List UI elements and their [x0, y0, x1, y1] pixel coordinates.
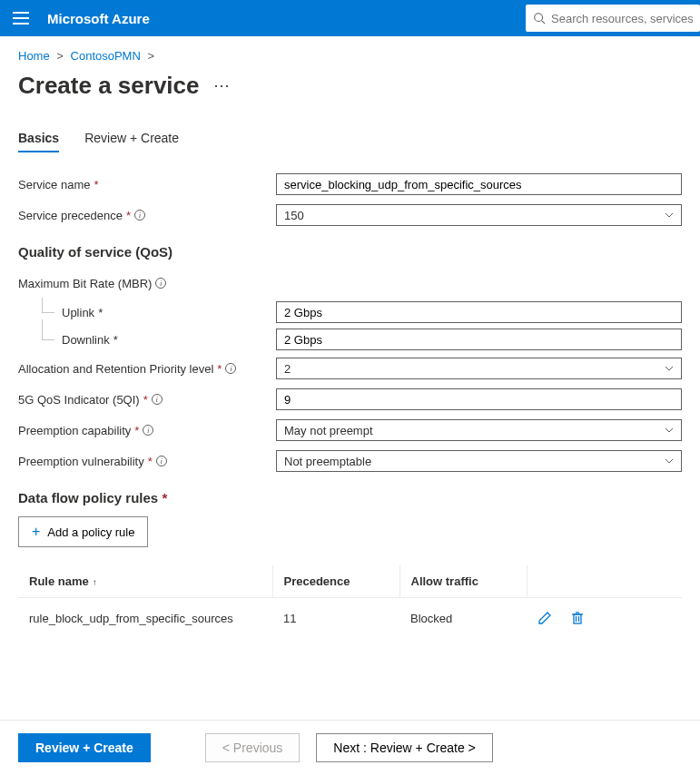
review-create-button[interactable]: Review + Create	[18, 733, 151, 762]
col-actions	[527, 565, 682, 598]
page-title: Create a service	[18, 72, 199, 100]
col-precedence[interactable]: Precedence	[272, 565, 399, 598]
preempt-cap-label: Preemption capability* i	[18, 424, 276, 437]
service-name-label: Service name*	[18, 178, 276, 191]
plus-icon: +	[32, 524, 40, 540]
add-policy-rule-button[interactable]: + Add a policy rule	[18, 516, 148, 547]
rules-section-title: Data flow policy rules *	[18, 490, 682, 505]
svg-point-0	[535, 14, 543, 22]
fiveqi-label: 5G QoS Indicator (5QI)* i	[18, 393, 276, 407]
chevron-right-icon: >	[56, 49, 64, 63]
downlink-label: Downlink*	[62, 333, 276, 347]
menu-icon[interactable]	[13, 12, 29, 25]
info-icon[interactable]: i	[143, 425, 153, 436]
rules-table: Rule name↑ Precedence Allow traffic rule…	[18, 565, 682, 638]
info-icon[interactable]: i	[156, 456, 167, 466]
sort-asc-icon: ↑	[93, 577, 97, 587]
tree-line	[36, 329, 62, 350]
arp-label: Allocation and Retention Priority level*…	[18, 362, 276, 376]
service-precedence-select[interactable]: 150	[276, 204, 682, 226]
tab-review-create[interactable]: Review + Create	[84, 125, 179, 152]
chevron-down-icon	[665, 456, 674, 466]
tab-basics[interactable]: Basics	[18, 125, 59, 152]
mbr-label: Maximum Bit Rate (MBR) i	[18, 277, 276, 290]
chevron-right-icon: >	[147, 49, 154, 63]
delete-icon[interactable]	[570, 611, 585, 625]
svg-rect-2	[574, 614, 581, 623]
previous-button: < Previous	[205, 733, 301, 762]
info-icon[interactable]: i	[225, 363, 236, 374]
service-name-input[interactable]	[276, 173, 682, 195]
fiveqi-input[interactable]	[276, 388, 682, 410]
more-actions-icon[interactable]: ···	[213, 76, 230, 95]
downlink-input[interactable]	[276, 329, 682, 350]
uplink-input[interactable]	[276, 301, 682, 323]
edit-icon[interactable]	[537, 611, 552, 625]
service-precedence-label: Service precedence* i	[18, 209, 276, 222]
table-row: rule_block_udp_from_specific_sources 11 …	[18, 598, 682, 639]
chevron-down-icon	[665, 364, 674, 373]
info-icon[interactable]: i	[152, 394, 163, 405]
global-search[interactable]	[526, 5, 700, 32]
preempt-vuln-label: Preemption vulnerability* i	[18, 455, 276, 468]
tree-line	[36, 301, 62, 323]
breadcrumb: Home > ContosoPMN >	[18, 49, 682, 63]
cell-precedence: 11	[272, 598, 399, 639]
footer: Review + Create < Previous Next : Review…	[0, 720, 700, 775]
preempt-vuln-select[interactable]: Not preemptable	[276, 450, 682, 472]
chevron-down-icon	[665, 426, 674, 435]
info-icon[interactable]: i	[134, 210, 145, 221]
qos-section-title: Quality of service (QoS)	[18, 244, 682, 260]
uplink-label: Uplink*	[62, 306, 276, 319]
info-icon[interactable]: i	[155, 278, 166, 289]
search-icon	[533, 12, 546, 25]
cell-allow: Blocked	[399, 598, 527, 639]
preempt-cap-select[interactable]: May not preempt	[276, 419, 682, 441]
brand-label: Microsoft Azure	[47, 11, 150, 26]
topbar: Microsoft Azure	[0, 0, 700, 36]
svg-line-1	[542, 21, 546, 25]
next-button[interactable]: Next : Review + Create >	[316, 733, 492, 762]
chevron-down-icon	[665, 211, 674, 220]
breadcrumb-contosopmn[interactable]: ContosoPMN	[71, 49, 141, 63]
col-allow-traffic[interactable]: Allow traffic	[399, 565, 527, 598]
search-input[interactable]	[551, 12, 693, 25]
col-rule-name[interactable]: Rule name↑	[18, 565, 272, 598]
breadcrumb-home[interactable]: Home	[18, 49, 50, 63]
cell-rule-name: rule_block_udp_from_specific_sources	[18, 598, 272, 639]
tabs: Basics Review + Create	[18, 125, 682, 153]
arp-select[interactable]: 2	[276, 358, 682, 379]
